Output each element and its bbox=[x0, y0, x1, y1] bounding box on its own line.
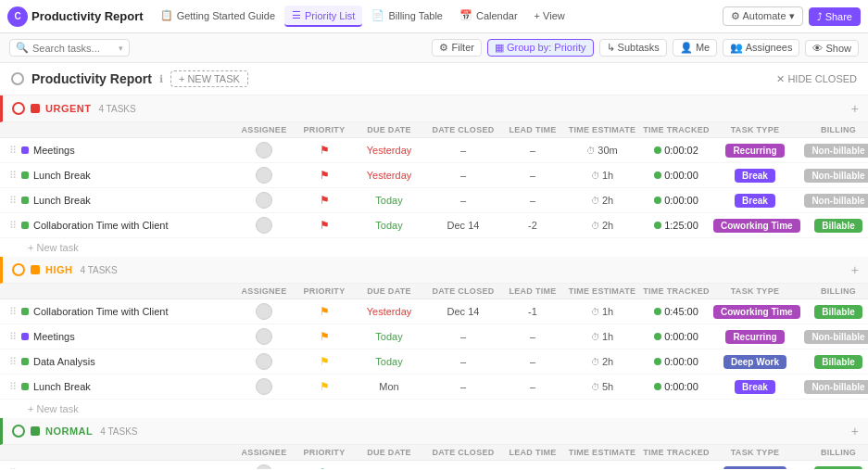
section-add-high[interactable]: + bbox=[851, 262, 859, 277]
billing-cell: Non-billable bbox=[797, 330, 868, 344]
search-box[interactable]: 🔍 ▾ bbox=[9, 39, 130, 57]
date-closed-cell: – bbox=[426, 356, 500, 367]
time-est-cell: ⏱5h bbox=[565, 381, 639, 393]
tab-icon-priority-list: ☰ bbox=[292, 9, 301, 21]
search-input[interactable] bbox=[32, 43, 115, 54]
due-date-cell: Today bbox=[352, 195, 426, 206]
table-row[interactable]: ⠿ Collaboration Time with Client ⚑ Today… bbox=[0, 213, 868, 238]
table-header-normal: ASSIGNEEPRIORITYDUE DATEDATE CLOSEDLEAD … bbox=[0, 445, 868, 461]
billing-cell: Billable bbox=[797, 466, 868, 470]
drag-handle: ⠿ bbox=[9, 331, 17, 343]
clock-icon: ⏱ bbox=[586, 146, 596, 156]
lead-time-cell: – bbox=[500, 331, 565, 342]
section-add-normal[interactable]: + bbox=[851, 424, 859, 438]
billing-cell: Non-billable bbox=[797, 144, 868, 158]
assignee-cell bbox=[232, 353, 296, 370]
col-header-1: PRIORITY bbox=[296, 286, 352, 296]
table-row[interactable]: ⠿ Lunch Break ⚑ Yesterday – – ⏱1h 0:00:0… bbox=[0, 163, 868, 188]
tracked-dot bbox=[654, 146, 661, 154]
topbar: C Productivity Report 📋 Getting Started … bbox=[0, 0, 868, 33]
clock-icon: ⏱ bbox=[591, 332, 600, 342]
section-header-urgent: URGENT 4 TASKS + bbox=[0, 95, 868, 122]
assignee-cell bbox=[232, 303, 296, 320]
hide-closed-button[interactable]: ✕ HIDE CLOSED bbox=[776, 73, 857, 85]
tab-getting-started[interactable]: 📋 Getting Started Guide bbox=[153, 6, 283, 27]
table-header-high: ASSIGNEEPRIORITYDUE DATEDATE CLOSEDLEAD … bbox=[0, 284, 868, 299]
tab-priority-list[interactable]: ☰ Priority List bbox=[284, 6, 362, 27]
col-header-4: LEAD TIME bbox=[500, 125, 565, 134]
table-row[interactable]: ⠿ Lunch Break ⚑ Today – – ⏱2h 0:00:00 Br… bbox=[0, 188, 868, 213]
me-button[interactable]: 👤 Me bbox=[673, 39, 717, 57]
billing-cell: Non-billable bbox=[797, 194, 868, 208]
new-task-row[interactable]: + New task bbox=[0, 400, 868, 418]
tracked-dot bbox=[654, 171, 661, 179]
due-date-cell: Today bbox=[352, 356, 426, 367]
col-header-3: DATE CLOSED bbox=[426, 125, 500, 134]
col-header-1: PRIORITY bbox=[296, 125, 352, 134]
task-color-dot bbox=[21, 222, 29, 229]
priority-cell: ⚑ bbox=[296, 219, 352, 232]
col-header-5: TIME ESTIMATE bbox=[565, 125, 639, 134]
task-name-cell: ⠿ Data Analysis bbox=[9, 467, 232, 470]
avatar bbox=[256, 378, 272, 395]
task-type-badge: Break bbox=[735, 194, 775, 208]
avatar bbox=[256, 353, 272, 370]
time-est-cell: ⏱30m bbox=[565, 145, 639, 157]
task-name-text: Lunch Break bbox=[33, 195, 91, 206]
filter-button[interactable]: ⚙ Filter bbox=[432, 39, 482, 57]
task-name-cell: ⠿ Meetings bbox=[9, 331, 232, 343]
date-closed-cell: – bbox=[426, 331, 500, 342]
avatar bbox=[256, 464, 272, 469]
section-circle-high bbox=[12, 263, 25, 276]
time-tracked-cell: 0:00:02 bbox=[639, 145, 713, 156]
info-icon[interactable]: ℹ bbox=[159, 73, 163, 85]
tracked-dot bbox=[654, 308, 661, 315]
table-row[interactable]: ⠿ Data Analysis ⚑ Today – – ⏱2h 0:00:00 … bbox=[0, 349, 868, 375]
date-closed-cell: Dec 14 bbox=[426, 306, 500, 317]
automate-button[interactable]: ⚙ Automate ▾ bbox=[723, 6, 803, 26]
section-label-urgent: URGENT bbox=[45, 103, 91, 114]
toolbar: 🔍 ▾ ⚙ Filter ▦ Group by: Priority ↳ Subt… bbox=[0, 33, 868, 63]
new-task-row[interactable]: + New task bbox=[0, 238, 868, 257]
task-type-cell: Break bbox=[713, 169, 797, 183]
date-closed-cell: – bbox=[426, 170, 500, 181]
clock-icon: ⏱ bbox=[591, 307, 600, 317]
billing-badge: Non-billable bbox=[804, 330, 868, 344]
col-header-4: LEAD TIME bbox=[500, 286, 565, 296]
share-button[interactable]: ⤴ Share bbox=[809, 7, 861, 26]
section-high: HIGH 4 TASKS + ASSIGNEEPRIORITYDUE DATED… bbox=[0, 257, 868, 418]
task-type-badge: Deep Work bbox=[723, 466, 786, 470]
section-add-urgent[interactable]: + bbox=[851, 101, 859, 116]
tab-add-view[interactable]: + View bbox=[527, 6, 572, 27]
priority-cell: ⚑ bbox=[296, 305, 352, 318]
group-by-priority-button[interactable]: ▦ Group by: Priority bbox=[487, 39, 594, 57]
show-button[interactable]: 👁 Show bbox=[805, 40, 859, 57]
table-row[interactable]: ⠿ Collaboration Time with Client ⚑ Yeste… bbox=[0, 299, 868, 324]
time-tracked-cell: 0:00:00 bbox=[639, 467, 713, 469]
task-type-badge: Recurring bbox=[725, 144, 784, 158]
task-name-text: Data Analysis bbox=[33, 356, 95, 367]
tab-billing-table[interactable]: 📄 Billing Table bbox=[364, 6, 450, 27]
task-name-text: Collaboration Time with Client bbox=[33, 306, 169, 317]
new-task-button[interactable]: + NEW TASK bbox=[170, 70, 248, 87]
tracked-dot bbox=[654, 358, 661, 365]
task-name-cell: ⠿ Collaboration Time with Client bbox=[9, 220, 232, 232]
date-closed-cell: – bbox=[426, 195, 500, 206]
page-header: Productivity Report ℹ + NEW TASK ✕ HIDE … bbox=[0, 63, 868, 95]
tracked-dot bbox=[654, 383, 661, 390]
subtasks-button[interactable]: ↳ Subtasks bbox=[599, 39, 667, 57]
search-icon: 🔍 bbox=[16, 42, 29, 54]
col-header-7: TASK TYPE bbox=[713, 448, 797, 457]
table-row[interactable]: ⠿ Meetings ⚑ Today – – ⏱1h 0:00:00 Recur… bbox=[0, 324, 868, 349]
tab-calendar[interactable]: 📅 Calendar bbox=[452, 6, 525, 27]
billing-badge: Non-billable bbox=[804, 380, 868, 394]
table-row[interactable]: ⠿ Data Analysis ⚑ Yesterday Dec 14 -1 ⏱3… bbox=[0, 461, 868, 469]
assignees-button[interactable]: 👥 Assignees bbox=[723, 39, 799, 57]
table-row[interactable]: ⠿ Meetings ⚑ Yesterday – – ⏱30m 0:00:02 … bbox=[0, 138, 868, 163]
section-circle-normal bbox=[12, 425, 25, 438]
section-color-block bbox=[31, 265, 40, 274]
task-color-dot bbox=[21, 308, 29, 315]
topbar-right: ⚙ Automate ▾ ⤴ Share bbox=[723, 6, 861, 26]
drag-handle: ⠿ bbox=[9, 170, 17, 182]
table-row[interactable]: ⠿ Lunch Break ⚑ Mon – – ⏱5h 0:00:00 Brea… bbox=[0, 375, 868, 400]
